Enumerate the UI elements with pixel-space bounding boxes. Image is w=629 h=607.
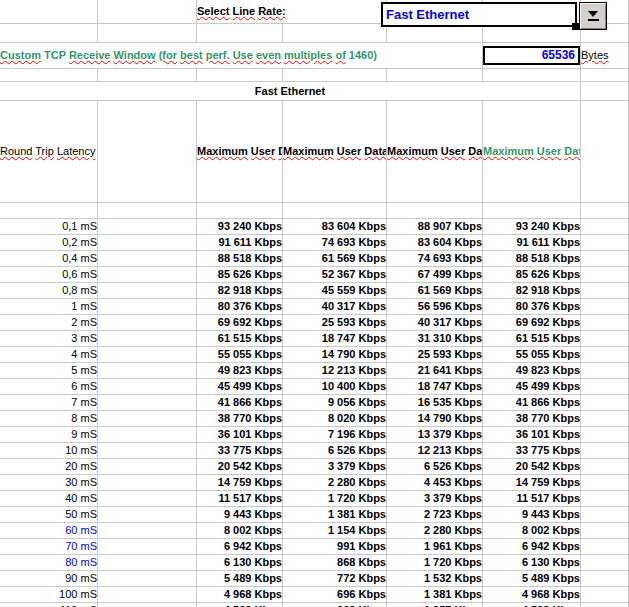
throughput-64kb-cell[interactable]: 61 515 Kbps	[197, 331, 283, 347]
empty-cell[interactable]	[98, 507, 197, 523]
throughput-win2k-cell[interactable]: 83 604 Kbps	[387, 235, 483, 251]
empty-cell[interactable]	[581, 555, 629, 571]
throughput-custom-cell[interactable]: 41 866 Kbps	[483, 395, 581, 411]
latency-cell[interactable]: 3 mS	[0, 331, 98, 347]
latency-cell[interactable]: 5 mS	[0, 363, 98, 379]
throughput-64kb-cell[interactable]: 9 443 Kbps	[197, 507, 283, 523]
throughput-custom-cell[interactable]: 6 942 Kbps	[483, 539, 581, 555]
latency-cell[interactable]: 0,1 mS	[0, 219, 98, 235]
empty-cell[interactable]	[98, 427, 197, 443]
throughput-64kb-cell[interactable]: 6 942 Kbps	[197, 539, 283, 555]
throughput-win2k-cell[interactable]: 67 499 Kbps	[387, 267, 483, 283]
throughput-winnt-cell[interactable]: 868 Kbps	[283, 555, 387, 571]
throughput-win2k-cell[interactable]: 88 907 Kbps	[387, 219, 483, 235]
throughput-winnt-cell[interactable]: 6 526 Kbps	[283, 443, 387, 459]
empty-cell[interactable]	[98, 299, 197, 315]
latency-cell[interactable]: 40 mS	[0, 491, 98, 507]
latency-cell[interactable]: 30 mS	[0, 475, 98, 491]
empty-cell[interactable]	[581, 203, 629, 219]
throughput-64kb-cell[interactable]: 55 055 Kbps	[197, 347, 283, 363]
throughput-custom-cell[interactable]: 91 611 Kbps	[483, 235, 581, 251]
custom-window-input[interactable]: 65536	[483, 46, 580, 65]
empty-cell[interactable]	[581, 491, 629, 507]
throughput-win2k-cell[interactable]: 12 213 Kbps	[387, 443, 483, 459]
throughput-custom-cell[interactable]: 49 823 Kbps	[483, 363, 581, 379]
throughput-win2k-cell[interactable]: 13 379 Kbps	[387, 427, 483, 443]
empty-cell[interactable]	[581, 315, 629, 331]
empty-cell[interactable]	[581, 101, 629, 203]
throughput-64kb-cell[interactable]: 85 626 Kbps	[197, 267, 283, 283]
throughput-custom-cell[interactable]: 20 542 Kbps	[483, 459, 581, 475]
throughput-winnt-cell[interactable]: 25 593 Kbps	[283, 315, 387, 331]
throughput-winnt-cell[interactable]: 1 381 Kbps	[283, 507, 387, 523]
throughput-win2k-cell[interactable]: 6 526 Kbps	[387, 459, 483, 475]
throughput-64kb-cell[interactable]: 11 517 Kbps	[197, 491, 283, 507]
throughput-custom-cell[interactable]: 38 770 Kbps	[483, 411, 581, 427]
throughput-64kb-cell[interactable]: 4 968 Kbps	[197, 587, 283, 603]
throughput-winnt-cell[interactable]: 2 280 Kbps	[283, 475, 387, 491]
empty-cell[interactable]	[98, 443, 197, 459]
throughput-64kb-cell[interactable]: 33 775 Kbps	[197, 443, 283, 459]
empty-cell[interactable]	[98, 24, 197, 43]
empty-cell[interactable]	[0, 0, 98, 24]
empty-cell[interactable]	[98, 235, 197, 251]
throughput-custom-cell[interactable]: 5 489 Kbps	[483, 571, 581, 587]
throughput-win2k-cell[interactable]: 74 693 Kbps	[387, 251, 483, 267]
empty-cell[interactable]	[581, 427, 629, 443]
empty-cell[interactable]	[197, 24, 283, 43]
empty-cell[interactable]	[98, 379, 197, 395]
empty-cell[interactable]	[581, 587, 629, 603]
empty-cell[interactable]	[98, 411, 197, 427]
throughput-win2k-cell[interactable]: 61 569 Kbps	[387, 283, 483, 299]
empty-cell[interactable]	[98, 267, 197, 283]
throughput-win2k-cell[interactable]: 2 280 Kbps	[387, 523, 483, 539]
latency-cell[interactable]: 0,2 mS	[0, 235, 98, 251]
throughput-64kb-cell[interactable]: 20 542 Kbps	[197, 459, 283, 475]
throughput-win2k-cell[interactable]: 56 596 Kbps	[387, 299, 483, 315]
empty-cell[interactable]	[581, 443, 629, 459]
throughput-64kb-cell[interactable]: 49 823 Kbps	[197, 363, 283, 379]
latency-cell[interactable]: 9 mS	[0, 427, 98, 443]
empty-cell[interactable]	[581, 267, 629, 283]
throughput-winnt-cell[interactable]: 14 790 Kbps	[283, 347, 387, 363]
empty-cell[interactable]	[283, 203, 387, 219]
throughput-64kb-cell[interactable]: 80 376 Kbps	[197, 299, 283, 315]
throughput-64kb-cell[interactable]: 8 002 Kbps	[197, 523, 283, 539]
throughput-custom-cell[interactable]: 14 759 Kbps	[483, 475, 581, 491]
throughput-64kb-cell[interactable]: 6 130 Kbps	[197, 555, 283, 571]
empty-cell[interactable]	[98, 395, 197, 411]
throughput-custom-cell[interactable]: 9 443 Kbps	[483, 507, 581, 523]
throughput-64kb-cell[interactable]: 93 240 Kbps	[197, 219, 283, 235]
throughput-win2k-cell[interactable]: 2 723 Kbps	[387, 507, 483, 523]
empty-cell[interactable]	[98, 523, 197, 539]
throughput-custom-cell[interactable]: 6 130 Kbps	[483, 555, 581, 571]
throughput-custom-cell[interactable]: 69 692 Kbps	[483, 315, 581, 331]
throughput-64kb-cell[interactable]: 14 759 Kbps	[197, 475, 283, 491]
empty-cell[interactable]	[581, 235, 629, 251]
throughput-winnt-cell[interactable]: 18 747 Kbps	[283, 331, 387, 347]
throughput-win2k-cell[interactable]: 31 310 Kbps	[387, 331, 483, 347]
empty-cell[interactable]	[0, 203, 98, 219]
empty-cell[interactable]	[581, 299, 629, 315]
latency-cell[interactable]: 2 mS	[0, 315, 98, 331]
throughput-winnt-cell[interactable]: 7 196 Kbps	[283, 427, 387, 443]
empty-cell[interactable]	[98, 363, 197, 379]
throughput-custom-cell[interactable]: 61 515 Kbps	[483, 331, 581, 347]
throughput-custom-cell[interactable]: 33 775 Kbps	[483, 443, 581, 459]
throughput-custom-cell[interactable]: 8 002 Kbps	[483, 523, 581, 539]
line-rate-dropdown[interactable]: Fast Ethernet	[381, 2, 577, 27]
empty-cell[interactable]	[98, 587, 197, 603]
throughput-win2k-cell[interactable]: 25 593 Kbps	[387, 347, 483, 363]
empty-cell[interactable]	[483, 69, 581, 82]
empty-cell[interactable]	[98, 475, 197, 491]
throughput-winnt-cell[interactable]: 40 317 Kbps	[283, 299, 387, 315]
empty-cell[interactable]	[98, 571, 197, 587]
throughput-custom-cell[interactable]: 4 968 Kbps	[483, 587, 581, 603]
empty-cell[interactable]	[98, 539, 197, 555]
throughput-64kb-cell[interactable]: 38 770 Kbps	[197, 411, 283, 427]
empty-cell[interactable]	[581, 251, 629, 267]
throughput-winnt-cell[interactable]: 991 Kbps	[283, 539, 387, 555]
empty-cell[interactable]	[387, 203, 483, 219]
latency-cell[interactable]: 10 mS	[0, 443, 98, 459]
latency-cell[interactable]: 80 mS	[0, 555, 98, 571]
